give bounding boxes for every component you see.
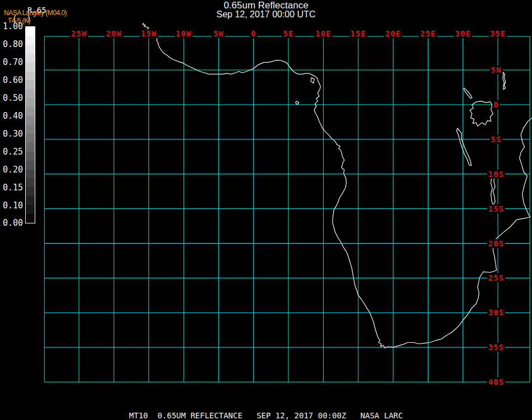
colorbar-label-0.40: 0.40	[2, 111, 23, 120]
colorbar	[25, 26, 35, 223]
map-canvas	[0, 0, 532, 420]
lon-label-20E: 20E	[384, 29, 402, 38]
lat-label-5S: 5S	[490, 135, 503, 144]
colorbar-label-0.70: 0.70	[2, 58, 23, 67]
lon-label-0: 0	[250, 29, 257, 38]
lat-label-0: 0	[492, 100, 500, 109]
colorbar-label-0.50: 0.50	[2, 94, 23, 102]
colorbar-label-0.30: 0.30	[2, 129, 23, 138]
colorbar-label-0.00: 0.00	[2, 218, 23, 227]
colorbar-label-0.80: 0.80	[2, 40, 23, 49]
lon-label-15W: 15W	[140, 29, 158, 38]
colorbar-label-1.00: 1.00	[2, 22, 23, 31]
title-block: 0.65um Reflectance Sep 12, 2017 00:00 UT…	[0, 1, 532, 19]
lon-label-25E: 25E	[419, 29, 437, 38]
lat-label-20S: 20S	[487, 239, 505, 248]
coastline-lake-albert	[464, 88, 472, 99]
lon-label-5E: 5E	[282, 29, 295, 38]
lon-label-10W: 10W	[175, 29, 193, 38]
coastline-lake-turkana	[503, 72, 506, 90]
colorbar-label-0.10: 0.10	[2, 201, 23, 210]
page-subtitle: Sep 12, 2017 00:00 UTC	[0, 10, 532, 19]
lat-label-5N: 5N	[490, 66, 503, 74]
footer-caption: MT10 0.65UM REFLECTANCE SEP 12, 2017 00:…	[0, 411, 532, 420]
colorbar-label-0.15: 0.15	[2, 183, 23, 192]
lat-label-25S: 25S	[487, 273, 505, 282]
lon-label-15E: 15E	[349, 29, 367, 38]
lon-label-10E: 10E	[314, 29, 332, 38]
coastline-bioko-island	[311, 78, 314, 83]
page-title: 0.65um Reflectance	[0, 1, 532, 10]
lon-label-20W: 20W	[105, 29, 123, 38]
lon-label-5W: 5W	[212, 29, 225, 38]
lon-label-35E: 35E	[489, 29, 507, 38]
lat-label-40S: 40S	[487, 377, 505, 386]
lon-label-30E: 30E	[454, 29, 472, 38]
coastline-africa-mainland	[143, 23, 532, 348]
coastline-lake-tanganyika	[457, 128, 472, 166]
lat-label-15S: 15S	[487, 204, 505, 213]
lat-label-35S: 35S	[487, 343, 505, 352]
colorbar-label-0.60: 0.60	[2, 76, 23, 85]
coastline-sao-tome-island	[296, 101, 299, 105]
colorbar-label-0.20: 0.20	[2, 165, 23, 174]
lon-label-25W: 25W	[70, 29, 88, 38]
source-label: NASA Langley (M04.0)	[4, 9, 67, 17]
lat-label-30S: 30S	[487, 308, 505, 317]
lat-label-10S: 10S	[487, 170, 505, 179]
colorbar-label-0.25: 0.25	[2, 147, 23, 156]
